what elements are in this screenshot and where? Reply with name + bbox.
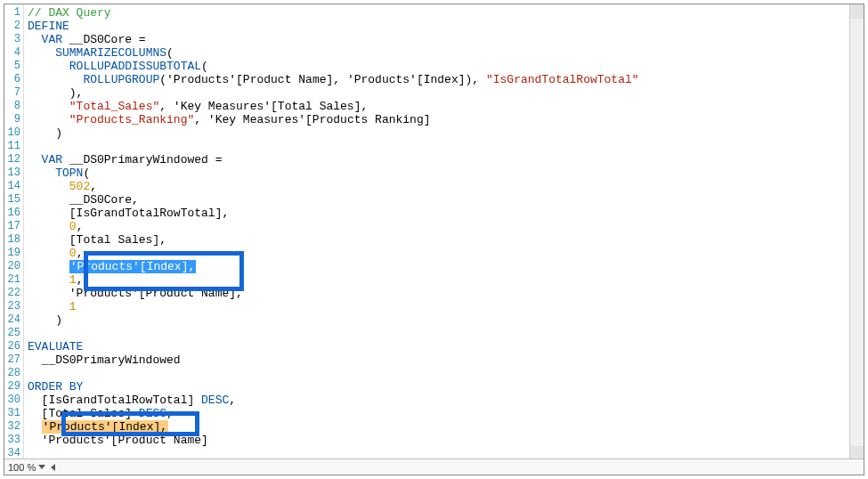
line-number: 18 bbox=[4, 233, 20, 247]
code-token: VAR bbox=[42, 153, 62, 166]
code-line[interactable]: __DS0Core, bbox=[28, 193, 864, 207]
line-number: 3 bbox=[4, 33, 20, 46]
code-token: __DS0Core, bbox=[28, 193, 139, 207]
vertical-scrollbar[interactable] bbox=[849, 4, 864, 460]
code-token bbox=[28, 60, 69, 73]
code-line[interactable]: SUMMARIZECOLUMNS( bbox=[28, 46, 864, 60]
line-number: 15 bbox=[4, 193, 20, 207]
code-token: SUMMARIZECOLUMNS bbox=[55, 46, 166, 60]
code-token: Name] bbox=[174, 434, 208, 447]
left-arrow-icon[interactable] bbox=[51, 464, 55, 471]
code-line[interactable]: 1 bbox=[28, 300, 864, 313]
line-number: 29 bbox=[4, 380, 20, 394]
code-line[interactable]: 0, bbox=[28, 247, 864, 260]
code-token: __DS0Core = bbox=[62, 33, 146, 46]
code-line[interactable] bbox=[28, 140, 864, 153]
line-number: 9 bbox=[4, 113, 20, 126]
line-number: 1 bbox=[4, 6, 20, 20]
code-token bbox=[28, 73, 83, 86]
code-token: ) bbox=[28, 126, 62, 140]
code-token: 502 bbox=[69, 180, 90, 193]
code-token: 1 bbox=[69, 273, 77, 287]
code-token: ORDER BY bbox=[28, 380, 83, 394]
line-number: 32 bbox=[4, 420, 20, 434]
code-token bbox=[28, 180, 69, 193]
code-line[interactable]: 'Products'[Product Name] bbox=[28, 434, 864, 447]
line-number: 13 bbox=[4, 166, 20, 180]
line-number: 27 bbox=[4, 353, 20, 367]
code-editor[interactable]: 1234567891011121314151617181920212223242… bbox=[4, 4, 864, 460]
code-token bbox=[28, 113, 69, 126]
code-token: 'Products'[Index], bbox=[42, 420, 168, 434]
code-line[interactable]: [IsGrandTotalRowTotal], bbox=[28, 207, 864, 220]
code-line[interactable]: TOPN( bbox=[28, 166, 864, 180]
code-token: VAR bbox=[42, 33, 62, 46]
code-line[interactable]: EVALUATE bbox=[28, 340, 864, 353]
code-token: [Total Sales] bbox=[42, 407, 139, 420]
line-number: 16 bbox=[4, 207, 20, 220]
code-token: [Total Sales], bbox=[28, 233, 166, 247]
code-line[interactable]: "Products_Ranking", 'Key Measures'[Produ… bbox=[28, 113, 864, 126]
code-line[interactable] bbox=[28, 327, 864, 340]
code-line[interactable]: ), bbox=[28, 86, 864, 100]
code-line[interactable]: 'Products'[Index], bbox=[28, 420, 864, 434]
chevron-down-icon bbox=[38, 465, 45, 469]
line-number: 17 bbox=[4, 220, 20, 233]
code-token bbox=[28, 220, 69, 233]
code-line[interactable]: 502, bbox=[28, 180, 864, 193]
code-token: "Products_Ranking" bbox=[69, 113, 194, 126]
code-line[interactable]: ROLLUPADDISSUBTOTAL( bbox=[28, 60, 864, 73]
code-token: 1 bbox=[69, 300, 77, 313]
code-token: , bbox=[77, 273, 84, 287]
line-number: 33 bbox=[4, 434, 20, 447]
code-token: ( bbox=[83, 166, 90, 180]
code-area[interactable]: // DAX QueryDEFINE VAR __DS0Core = SUMMA… bbox=[24, 4, 864, 460]
code-token: , bbox=[90, 180, 97, 193]
line-number: 5 bbox=[4, 60, 20, 73]
code-token: ( bbox=[166, 46, 174, 60]
zoom-dropdown[interactable]: 100 % bbox=[8, 462, 45, 473]
code-line[interactable]: ROLLUPGROUP('Products'[Product Name], 'P… bbox=[28, 73, 864, 86]
code-token: __DS0PrimaryWindowed bbox=[28, 353, 181, 367]
line-number: 25 bbox=[4, 327, 20, 340]
code-line[interactable]: "Total_Sales", 'Key Measures'[Total Sale… bbox=[28, 100, 864, 113]
code-line[interactable]: // DAX Query bbox=[28, 6, 864, 20]
code-token: EVALUATE bbox=[28, 340, 83, 353]
code-token: 'Products'[Index], bbox=[69, 260, 196, 273]
code-token: , bbox=[77, 247, 84, 260]
code-token: // DAX Query bbox=[28, 6, 111, 20]
code-line[interactable]: ) bbox=[28, 126, 864, 140]
line-number: 8 bbox=[4, 100, 20, 113]
status-bar: 100 % bbox=[4, 459, 864, 475]
code-token: ), bbox=[28, 86, 83, 100]
code-line[interactable]: DEFINE bbox=[28, 20, 864, 33]
code-token: DESC bbox=[201, 394, 229, 407]
code-line[interactable]: 0, bbox=[28, 220, 864, 233]
line-number-gutter: 1234567891011121314151617181920212223242… bbox=[4, 4, 24, 460]
code-token: 0 bbox=[69, 220, 77, 233]
line-number: 20 bbox=[4, 260, 20, 273]
code-line[interactable]: 'Products'[Index], bbox=[28, 260, 864, 273]
code-token bbox=[28, 420, 42, 434]
code-line[interactable]: __DS0PrimaryWindowed bbox=[28, 353, 864, 367]
line-number: 2 bbox=[4, 20, 20, 33]
code-token: , bbox=[229, 394, 236, 407]
code-token: , bbox=[166, 407, 174, 420]
code-line[interactable]: [IsGrandTotalRowTotal] DESC, bbox=[28, 394, 864, 407]
code-line[interactable]: ORDER BY bbox=[28, 380, 864, 394]
code-line[interactable]: ) bbox=[28, 313, 864, 327]
code-token: 'Products'[Product bbox=[42, 434, 174, 447]
code-token bbox=[28, 434, 42, 447]
code-token: "IsGrandTotalRowTotal" bbox=[486, 73, 639, 86]
line-number: 30 bbox=[4, 394, 20, 407]
code-line[interactable]: VAR __DS0PrimaryWindowed = bbox=[28, 153, 864, 166]
code-line[interactable]: 'Products'[Product Name], bbox=[28, 287, 864, 300]
code-line[interactable]: 1, bbox=[28, 273, 864, 287]
line-number: 19 bbox=[4, 247, 20, 260]
code-line[interactable] bbox=[28, 367, 864, 380]
code-token: , bbox=[77, 220, 84, 233]
code-token: , 'Key Measures'[Total Sales], bbox=[159, 100, 368, 113]
code-line[interactable]: VAR __DS0Core = bbox=[28, 33, 864, 46]
code-line[interactable]: [Total Sales], bbox=[28, 233, 864, 247]
code-line[interactable]: [Total Sales] DESC, bbox=[28, 407, 864, 420]
